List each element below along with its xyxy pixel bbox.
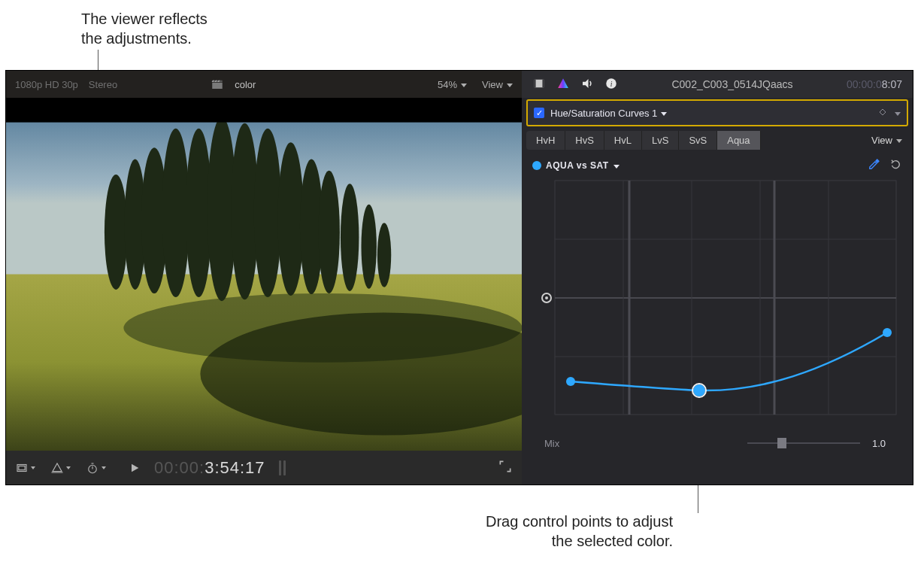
transport-bar: 00:00:3:54:17 xyxy=(6,451,522,485)
annotation-controlpoints: Drag control points to adjust the select… xyxy=(417,512,673,551)
viewer-pane: 1080p HD 30p Stereo color 54% View xyxy=(6,71,522,485)
svg-point-52 xyxy=(566,377,575,386)
color-inspector-icon[interactable] xyxy=(556,77,570,93)
mix-row: Mix 1.0 xyxy=(522,433,913,454)
svg-marker-31 xyxy=(132,463,138,472)
svg-rect-34 xyxy=(543,79,544,87)
view-dropdown[interactable]: View xyxy=(482,79,513,90)
curve-view-dropdown[interactable]: View xyxy=(871,135,907,146)
play-button[interactable] xyxy=(129,459,141,477)
svg-rect-25 xyxy=(19,466,25,469)
annotation-viewer: The viewer reflects the adjustments. xyxy=(81,9,208,48)
tab-svs[interactable]: SvS xyxy=(679,131,717,150)
effect-header[interactable]: ✓ Hue/Saturation Curves 1 xyxy=(526,99,908,126)
zoom-value: 54% xyxy=(438,79,457,90)
svg-point-54 xyxy=(693,384,705,396)
svg-point-10 xyxy=(162,129,189,297)
audio-inspector-icon[interactable] xyxy=(580,77,594,93)
svg-marker-39 xyxy=(880,109,886,115)
keyframe-icon[interactable] xyxy=(878,108,887,119)
chevron-down-icon[interactable] xyxy=(613,165,620,169)
clapper-icon xyxy=(211,75,224,93)
svg-marker-36 xyxy=(583,79,589,88)
svg-point-15 xyxy=(277,142,304,296)
retime-dropdown[interactable] xyxy=(86,459,106,477)
view-label: View xyxy=(482,79,503,90)
zoom-dropdown[interactable]: 54% xyxy=(438,79,467,90)
chevron-down-icon xyxy=(31,466,35,469)
curve-editor[interactable] xyxy=(532,179,902,427)
app-window: 1080p HD 30p Stereo color 54% View xyxy=(6,71,913,485)
curve-label-row: AQUA vs SAT xyxy=(522,155,913,176)
info-inspector-icon[interactable]: i xyxy=(604,77,618,93)
curve-color-dot xyxy=(532,161,541,170)
chevron-down-icon xyxy=(461,84,467,87)
mix-value[interactable]: 1.0 xyxy=(872,438,899,449)
tab-hvl[interactable]: HvL xyxy=(604,131,642,150)
chevron-down-icon xyxy=(896,139,902,143)
svg-rect-0 xyxy=(212,83,223,89)
chevron-down-icon xyxy=(66,466,71,469)
svg-point-14 xyxy=(254,129,282,297)
viewer-header: 1080p HD 30p Stereo color 54% View xyxy=(6,71,522,98)
audio-meter-icon xyxy=(279,460,286,475)
viewer-canvas[interactable] xyxy=(6,98,522,451)
color-inspector: i C002_C003_0514JQaacs 00:00:08:07 ✓ Hue… xyxy=(522,71,913,485)
eyedropper-icon[interactable] xyxy=(868,158,880,173)
chevron-down-icon xyxy=(101,466,106,469)
project-name: color xyxy=(235,79,256,90)
chevron-down-icon xyxy=(507,84,513,87)
timecode-prefix: 00:00: xyxy=(154,458,204,477)
transform-dropdown[interactable] xyxy=(50,459,71,477)
timecode-display[interactable]: 00:00:3:54:17 xyxy=(154,458,265,478)
slider-knob-icon[interactable] xyxy=(777,438,786,448)
effect-enable-checkbox[interactable]: ✓ xyxy=(534,108,544,118)
overlay-dropdown[interactable] xyxy=(15,459,35,477)
reset-icon[interactable] xyxy=(889,158,902,173)
tab-hvh[interactable]: HvH xyxy=(526,131,565,150)
svg-point-53 xyxy=(883,328,892,337)
curve-title[interactable]: AQUA vs SAT xyxy=(546,160,609,171)
effect-name: Hue/Saturation Curves 1 xyxy=(550,108,657,119)
svg-point-19 xyxy=(361,205,376,289)
mix-label: Mix xyxy=(544,438,559,449)
tab-aqua[interactable]: Aqua xyxy=(717,131,760,150)
timecode-value: 3:54:17 xyxy=(204,458,265,477)
video-inspector-icon[interactable] xyxy=(532,77,546,93)
tab-hvs[interactable]: HvS xyxy=(565,131,604,150)
svg-point-20 xyxy=(377,223,391,287)
svg-point-17 xyxy=(318,171,340,293)
svg-point-51 xyxy=(545,296,548,299)
inspector-header: i C002_C003_0514JQaacs 00:00:08:07 xyxy=(522,71,913,98)
fullscreen-button[interactable] xyxy=(498,459,513,476)
chevron-down-icon[interactable] xyxy=(895,112,901,116)
svg-rect-33 xyxy=(534,79,535,87)
tab-lvs[interactable]: LvS xyxy=(642,131,679,150)
chevron-down-icon xyxy=(661,112,667,116)
preview-image xyxy=(6,98,522,451)
clip-name: C002_C003_0514JQaacs xyxy=(629,78,836,90)
svg-rect-23 xyxy=(6,98,522,123)
svg-text:i: i xyxy=(610,79,613,87)
svg-point-7 xyxy=(105,175,128,290)
svg-point-18 xyxy=(341,184,359,291)
effect-name-dropdown[interactable]: Hue/Saturation Curves 1 xyxy=(550,108,667,119)
curve-svg xyxy=(532,179,902,427)
curve-view-label: View xyxy=(871,135,892,146)
svg-marker-35 xyxy=(558,78,568,88)
clip-timecode-prefix: 00:00:0 xyxy=(847,78,882,90)
audio-label: Stereo xyxy=(89,79,117,90)
svg-marker-26 xyxy=(53,463,62,472)
mix-slider[interactable] xyxy=(747,436,860,450)
curve-type-tabs: HvH HvS HvL LvS SvS Aqua View xyxy=(522,129,913,150)
format-label: 1080p HD 30p xyxy=(15,79,78,90)
clip-timecode-value: 8:07 xyxy=(882,78,902,90)
clip-timecode: 00:00:08:07 xyxy=(847,78,902,90)
